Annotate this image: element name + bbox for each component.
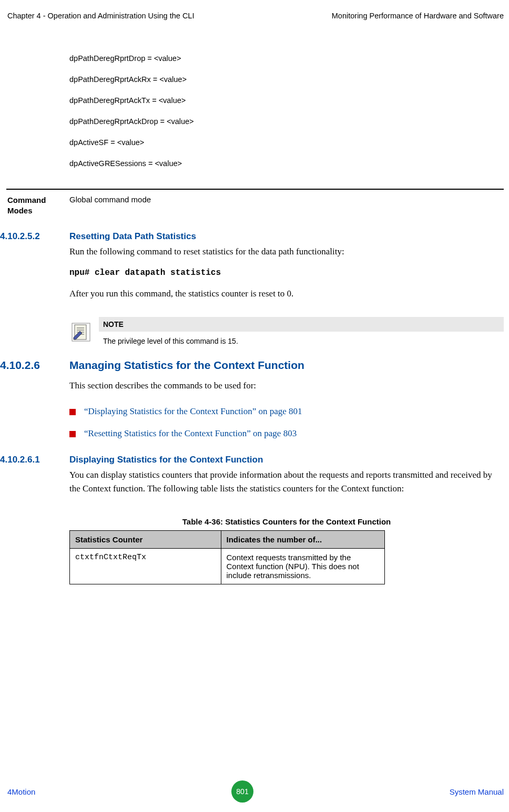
value-line: dpActiveGRESessions = <value> bbox=[69, 159, 504, 168]
value-output-list: dpPathDeregRprtDrop = <value> dpPathDere… bbox=[69, 54, 504, 168]
section-number: 4.10.2.5.2 bbox=[0, 231, 69, 242]
value-line: dpPathDeregRprtAckDrop = <value> bbox=[69, 117, 504, 126]
section-title: Managing Statistics for the Context Func… bbox=[69, 359, 304, 372]
xref-text[interactable]: “Displaying Statistics for the Context F… bbox=[84, 406, 302, 417]
value-line: dpActiveSF = <value> bbox=[69, 138, 504, 147]
footer-center: 801 bbox=[231, 780, 253, 803]
value-line: dpPathDeregRprtDrop = <value> bbox=[69, 54, 504, 63]
section-heading: 4.10.2.6.1 Displaying Statistics for the… bbox=[0, 455, 504, 465]
bullet-icon bbox=[69, 409, 76, 415]
bullet-icon bbox=[69, 431, 76, 437]
xref-text[interactable]: “Resetting Statistics for the Context Fu… bbox=[84, 428, 297, 439]
body-text: This section describes the commands to b… bbox=[69, 379, 504, 393]
footer-left: 4Motion bbox=[7, 787, 35, 796]
table-cell-desc: Context requests transmitted by the Cont… bbox=[221, 548, 384, 584]
note-icon bbox=[69, 317, 93, 347]
xref-list: “Displaying Statistics for the Context F… bbox=[69, 406, 504, 439]
note-body: The privilege level of this command is 1… bbox=[99, 332, 504, 347]
note-heading: NOTE bbox=[99, 317, 504, 332]
section-heading: 4.10.2.6 Managing Statistics for the Con… bbox=[0, 359, 504, 372]
xref-item[interactable]: “Displaying Statistics for the Context F… bbox=[69, 406, 504, 417]
header-right: Monitoring Performance of Hardware and S… bbox=[332, 12, 504, 20]
section-title: Resetting Data Path Statistics bbox=[69, 231, 196, 242]
table-caption: Table 4-36: Statistics Counters for the … bbox=[69, 517, 504, 526]
value-line: dpPathDeregRprtAckTx = <value> bbox=[69, 96, 504, 105]
footer-right: System Manual bbox=[450, 787, 504, 796]
body-text: You can display statistics counters that… bbox=[69, 468, 504, 496]
value-line: dpPathDeregRprtAckRx = <value> bbox=[69, 75, 504, 84]
body-text: After you run this command, the statisti… bbox=[69, 287, 504, 301]
command-modes-label: Command Modes bbox=[7, 195, 69, 215]
xref-item[interactable]: “Resetting Statistics for the Context Fu… bbox=[69, 428, 504, 439]
section-number: 4.10.2.6 bbox=[0, 359, 69, 372]
table-cell-counter: ctxtfnCtxtReqTx bbox=[70, 548, 221, 584]
command-modes-block: Command Modes Global command mode bbox=[6, 189, 504, 215]
context-stats-table: Statistics Counter Indicates the number … bbox=[69, 530, 385, 584]
section-number: 4.10.2.6.1 bbox=[0, 455, 69, 465]
section-title: Displaying Statistics for the Context Fu… bbox=[69, 455, 263, 465]
header-left: Chapter 4 - Operation and Administration… bbox=[7, 12, 194, 20]
section-heading: 4.10.2.5.2 Resetting Data Path Statistic… bbox=[0, 231, 504, 242]
table-header-cell: Statistics Counter bbox=[70, 530, 221, 548]
note-callout: NOTE The privilege level of this command… bbox=[69, 317, 504, 347]
page-header: Chapter 4 - Operation and Administration… bbox=[0, 12, 509, 20]
page-number-badge: 801 bbox=[231, 780, 253, 803]
table-row: ctxtfnCtxtReqTx Context requests transmi… bbox=[70, 548, 385, 584]
page-footer: 4Motion 801 System Manual bbox=[0, 780, 509, 803]
body-text: Run the following command to reset stati… bbox=[69, 245, 504, 259]
command-modes-value: Global command mode bbox=[69, 195, 151, 204]
cli-command: npu# clear datapath statistics bbox=[69, 268, 504, 277]
table-header-row: Statistics Counter Indicates the number … bbox=[70, 530, 385, 548]
table-header-cell: Indicates the number of... bbox=[221, 530, 384, 548]
